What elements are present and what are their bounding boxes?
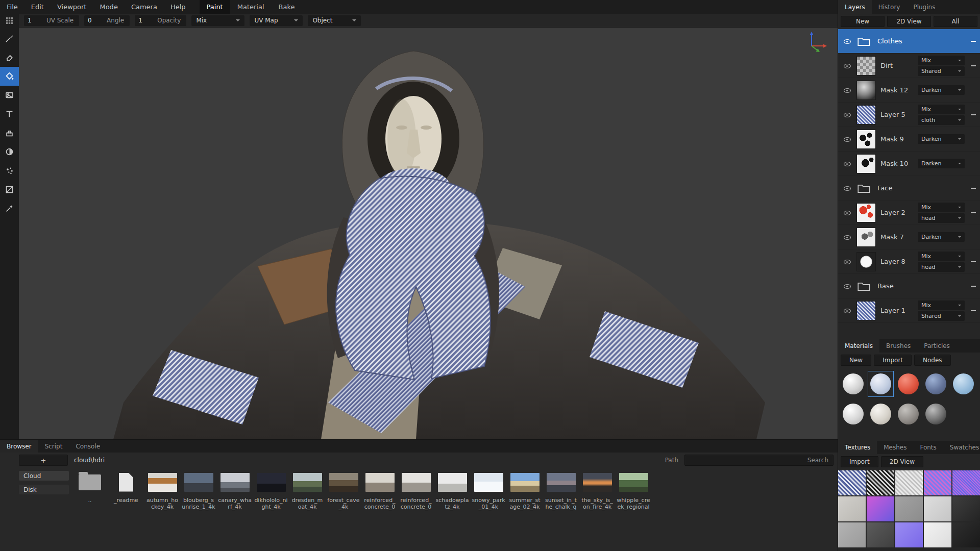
- layer-thumbnail[interactable]: [856, 228, 876, 247]
- file-item[interactable]: _readme: [109, 471, 143, 504]
- panel-button[interactable]: All: [934, 16, 977, 27]
- texture-thumbnail[interactable]: [924, 522, 951, 547]
- channel-dropdown[interactable]: head: [918, 213, 965, 223]
- toolbar-dropdown[interactable]: UV Map: [250, 15, 303, 26]
- channel-dropdown[interactable]: Shared: [918, 66, 965, 76]
- file-item[interactable]: schadowplatz_4k: [435, 471, 469, 510]
- file-item[interactable]: whipple_creek_regional_p..: [617, 471, 650, 511]
- layer-row[interactable]: Base: [838, 274, 980, 298]
- blur-tool[interactable]: [0, 142, 19, 161]
- layer-row[interactable]: Clothes: [838, 29, 980, 54]
- panel-button[interactable]: Import: [841, 456, 878, 467]
- layer-thumbnail[interactable]: [856, 154, 876, 173]
- visibility-eye-icon[interactable]: [843, 62, 851, 70]
- texture-thumbnail[interactable]: [838, 496, 866, 521]
- layer-row[interactable]: Mask 7 Darken Darken: [838, 225, 980, 249]
- blend-mode-dropdown[interactable]: Mix: [918, 300, 965, 310]
- toolbar-dropdown[interactable]: Mix: [191, 15, 244, 26]
- blend-mode-dropdown[interactable]: Darken: [918, 232, 965, 242]
- texture-thumbnail[interactable]: [952, 470, 980, 495]
- visibility-eye-icon[interactable]: [843, 209, 851, 217]
- material-sphere[interactable]: [843, 373, 864, 394]
- picker-tool[interactable]: [0, 199, 19, 218]
- layer-thumbnail[interactable]: [856, 130, 876, 149]
- panel-button[interactable]: 2D View: [881, 456, 923, 467]
- panel-button[interactable]: 2D View: [887, 16, 931, 27]
- panel-tab[interactable]: Particles: [917, 339, 957, 353]
- panel-tab[interactable]: Console: [69, 440, 107, 453]
- texture-thumbnail[interactable]: [924, 496, 951, 521]
- number-field-value[interactable]: 1: [24, 17, 45, 24]
- material-sphere[interactable]: [870, 404, 891, 424]
- file-item[interactable]: ..: [73, 471, 107, 504]
- blend-mode-dropdown[interactable]: Darken: [918, 134, 965, 144]
- material-id-tool[interactable]: [0, 180, 19, 199]
- material-sphere[interactable]: [925, 373, 946, 394]
- file-item[interactable]: snowy_park_01_4k: [472, 471, 505, 510]
- texture-thumbnail[interactable]: [895, 470, 923, 495]
- panel-button[interactable]: New: [841, 355, 871, 366]
- layer-thumbnail[interactable]: [856, 56, 876, 76]
- layer-row[interactable]: Mask 10 Darken Darken: [838, 152, 980, 176]
- blend-mode-dropdown[interactable]: Darken: [918, 159, 965, 168]
- brush-tool[interactable]: [0, 29, 19, 48]
- panel-tab[interactable]: Script: [38, 440, 69, 453]
- blend-mode-dropdown[interactable]: Mix: [918, 56, 965, 65]
- visibility-eye-icon[interactable]: [843, 111, 851, 119]
- material-sphere[interactable]: [843, 404, 864, 424]
- visibility-eye-icon[interactable]: [843, 282, 851, 290]
- material-sphere[interactable]: [898, 404, 919, 424]
- new-folder-button[interactable]: +: [19, 455, 68, 466]
- collapse-button[interactable]: [969, 188, 977, 189]
- panel-tab[interactable]: Layers: [838, 0, 872, 14]
- file-item[interactable]: reinforced_concrete_02_.: [399, 471, 433, 511]
- file-item[interactable]: canary_wharf_4k: [218, 471, 252, 510]
- layer-thumbnail[interactable]: [856, 252, 876, 271]
- layer-row[interactable]: Layer 5 Mix cloth Mix: [838, 103, 980, 127]
- panel-tab[interactable]: Textures: [838, 441, 877, 454]
- number-field[interactable]: 0 Angle: [84, 15, 130, 26]
- layer-row[interactable]: Mask 12 Darken Darken: [838, 78, 980, 103]
- mode-tab[interactable]: Paint: [200, 0, 230, 14]
- texture-thumbnail[interactable]: [952, 496, 980, 521]
- visibility-eye-icon[interactable]: [843, 184, 851, 192]
- material-sphere[interactable]: [925, 404, 946, 424]
- decal-tool[interactable]: [0, 86, 19, 105]
- particle-tool[interactable]: [0, 161, 19, 180]
- panel-tab[interactable]: Meshes: [877, 441, 913, 454]
- panel-tab[interactable]: Fonts: [913, 441, 943, 454]
- layer-row[interactable]: Mask 9 Darken Darken: [838, 127, 980, 152]
- panel-button[interactable]: New: [841, 16, 885, 27]
- layer-row[interactable]: Layer 2 Mix head Mix: [838, 201, 980, 225]
- collapse-button[interactable]: [969, 41, 977, 42]
- layer-row[interactable]: Dirt Mix Shared Mix: [838, 54, 980, 78]
- texture-thumbnail[interactable]: [952, 522, 980, 547]
- panel-tab[interactable]: Swatches: [943, 441, 980, 454]
- layer-thumbnail[interactable]: [856, 105, 876, 124]
- layer-row[interactable]: Layer 8 Mix head Mix: [838, 249, 980, 274]
- panel-button[interactable]: Nodes: [914, 355, 951, 366]
- collapse-button[interactable]: [969, 65, 977, 66]
- menu-item[interactable]: Viewport: [51, 0, 93, 14]
- fill-tool[interactable]: [0, 67, 19, 86]
- file-item[interactable]: dikhololo_night_4k: [254, 471, 288, 510]
- texture-thumbnail[interactable]: [867, 470, 894, 495]
- panel-button[interactable]: Import: [874, 355, 912, 366]
- layer-row[interactable]: Layer 1 Mix Shared Mix: [838, 298, 980, 323]
- collapse-button[interactable]: [969, 310, 977, 311]
- number-field[interactable]: 1 Opacity: [135, 15, 186, 26]
- menu-item[interactable]: Camera: [125, 0, 164, 14]
- file-item[interactable]: blouberg_sunrise_1_4k: [182, 471, 215, 510]
- file-item[interactable]: reinforced_concrete_01_.: [363, 471, 397, 511]
- channel-dropdown[interactable]: head: [918, 262, 965, 272]
- texture-thumbnail[interactable]: [895, 522, 923, 547]
- layer-thumbnail[interactable]: [856, 301, 876, 320]
- panel-tab[interactable]: Brushes: [879, 339, 917, 353]
- number-field-value[interactable]: 1: [135, 17, 156, 24]
- mode-tab[interactable]: Material: [230, 0, 272, 14]
- material-sphere[interactable]: [898, 373, 919, 394]
- panel-tab[interactable]: Browser: [0, 440, 38, 453]
- texture-thumbnail[interactable]: [838, 522, 866, 547]
- menu-item[interactable]: Mode: [93, 0, 124, 14]
- visibility-eye-icon[interactable]: [843, 233, 851, 241]
